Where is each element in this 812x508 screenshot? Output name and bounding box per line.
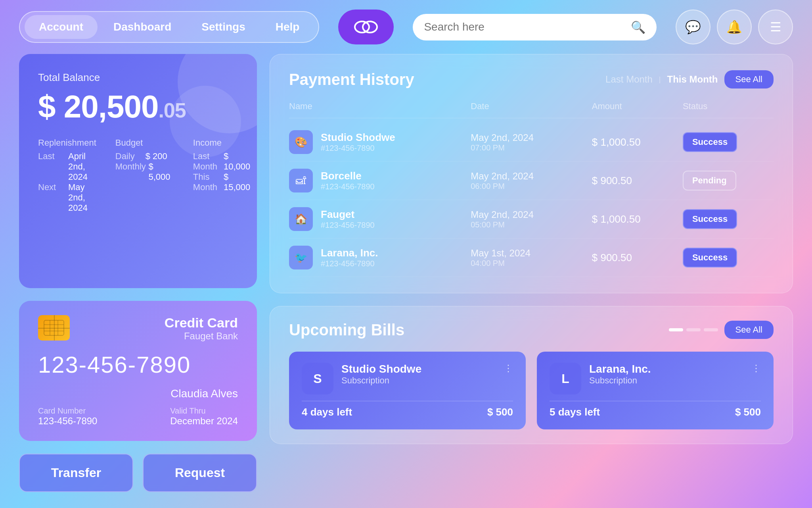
menu-icon: ☰: [770, 19, 781, 35]
this-month-key: This Month: [193, 172, 217, 192]
bill-logo: S: [302, 363, 333, 394]
right-column: Payment History Last Month | This Month …: [270, 54, 793, 492]
menu-button[interactable]: ☰: [758, 10, 793, 44]
bill-name: Studio Shodwe: [341, 363, 496, 375]
request-button[interactable]: Request: [143, 454, 257, 492]
svg-rect-2: [44, 320, 64, 335]
dot-1[interactable]: [669, 328, 683, 331]
bills-header: Upcoming Bills See All: [289, 321, 774, 339]
dot-nav: [669, 328, 718, 331]
payment-date-cell: May 2nd, 2024 07:00 PM: [471, 132, 592, 152]
transfer-button[interactable]: Transfer: [19, 454, 133, 492]
bill-info: Studio Shodwe Subscription: [341, 363, 496, 386]
bell-icon: 🔔: [726, 19, 742, 35]
payment-account: #123-456-7890: [321, 259, 378, 268]
payment-account: #123-456-7890: [321, 182, 375, 191]
payment-date: May 2nd, 2024: [471, 171, 592, 182]
monthly-key: Monthly: [115, 162, 142, 182]
bill-days-left: 4 days left: [302, 406, 352, 418]
payment-time: 04:00 PM: [471, 259, 592, 268]
payment-history-header: Payment History Last Month | This Month …: [289, 70, 774, 89]
payment-history-card: Payment History Last Month | This Month …: [270, 54, 793, 293]
chat-button[interactable]: 💬: [676, 10, 710, 44]
payment-account: #123-456-7890: [321, 144, 395, 153]
this-month-income: $ 15,000: [224, 172, 250, 192]
payment-name-cell: 🎨 Studio Shodwe #123-456-7890: [289, 130, 471, 154]
search-input[interactable]: [424, 21, 624, 33]
payment-name-info: Borcelle #123-456-7890: [321, 170, 375, 191]
bill-name: Larana, Inc.: [589, 363, 743, 375]
card-type-info: Credit Card Fauget Bank: [165, 315, 238, 342]
tab-this-month[interactable]: This Month: [667, 74, 718, 85]
bill-separator: [550, 401, 761, 401]
income-stat: Income Last Month $ 10,000 This Month $ …: [193, 138, 250, 213]
status-badge: Success: [683, 209, 737, 229]
card-number-val: 123-456-7890: [38, 416, 97, 426]
payment-name-info: Larana, Inc. #123-456-7890: [321, 247, 378, 268]
valid-thru-label: Valid Thru: [170, 406, 238, 416]
replenishment-stat: Replenishment Last April 2nd, 2024 Next …: [38, 138, 96, 213]
next-key: Next: [38, 182, 62, 213]
payment-logo: 🎨: [289, 130, 313, 154]
left-column: Total Balance $ 20,500.05 Replenishment …: [19, 54, 257, 492]
last-val: April 2nd, 2024: [68, 151, 96, 182]
notifications-button[interactable]: 🔔: [717, 10, 752, 44]
chip-icon: [38, 315, 70, 341]
bill-amount: $ 500: [487, 406, 513, 418]
payment-name: Borcelle: [321, 170, 375, 182]
bill-footer: 5 days left $ 500: [550, 406, 761, 418]
bill-more-button[interactable]: ⋮: [504, 363, 513, 374]
valid-thru-val: December 2024: [170, 416, 238, 426]
dot-3[interactable]: [704, 328, 718, 331]
payment-logo: 🐦: [289, 246, 313, 269]
payment-name-info: Fauget #123-456-7890: [321, 208, 375, 230]
col-date: Date: [471, 101, 592, 112]
payment-row: 🛋 Borcelle #123-456-7890 May 2nd, 2024 0…: [289, 162, 774, 200]
income-label: Income: [193, 138, 250, 148]
bills-title: Upcoming Bills: [289, 321, 404, 339]
this-income-row: This Month $ 15,000: [193, 172, 250, 192]
payment-account: #123-456-7890: [321, 221, 375, 230]
balance-cents: .05: [158, 99, 186, 122]
card-number-label: Card Number: [38, 406, 97, 416]
nav-dashboard[interactable]: Dashboard: [99, 15, 186, 39]
bill-type: Subscription: [589, 375, 743, 386]
card-number-display: 123-456-7890: [38, 351, 238, 378]
nav-settings[interactable]: Settings: [187, 15, 259, 39]
tab-separator: |: [659, 75, 661, 84]
nav-pills: Account Dashboard Settings Help: [19, 11, 319, 43]
nav-help[interactable]: Help: [261, 15, 314, 39]
monthly-budget-row: Monthly $ 5,000: [115, 162, 174, 182]
payment-row: 🏠 Fauget #123-456-7890 May 2nd, 2024 05:…: [289, 200, 774, 239]
budget-stat: Budget Daily $ 200 Monthly $ 5,000: [115, 138, 174, 213]
balance-amount: $ 20,500.05: [38, 89, 238, 125]
replenishment-label: Replenishment: [38, 138, 96, 148]
payment-amount: $ 1,000.50: [592, 213, 683, 225]
bills-controls: See All: [669, 321, 774, 339]
header-icons: 💬 🔔 ☰: [676, 10, 793, 44]
monthly-val: $ 5,000: [148, 162, 174, 182]
bills-list: S Studio Shodwe Subscription ⋮ 4 days le…: [289, 352, 774, 429]
payment-see-all-button[interactable]: See All: [724, 70, 774, 89]
card-holder-name: Claudia Alves: [38, 387, 238, 400]
col-amount: Amount: [592, 101, 683, 112]
bill-item: L Larana, Inc. Subscription ⋮ 5 days lef…: [537, 352, 774, 429]
balance-card: Total Balance $ 20,500.05 Replenishment …: [19, 54, 257, 288]
payment-status-cell: Success: [683, 248, 774, 267]
payment-amount: $ 1,000.50: [592, 136, 683, 148]
payment-name: Larana, Inc.: [321, 247, 378, 259]
nav-account[interactable]: Account: [25, 15, 98, 39]
bills-see-all-button[interactable]: See All: [724, 321, 774, 339]
payment-row: 🎨 Studio Shodwe #123-456-7890 May 2nd, 2…: [289, 123, 774, 162]
last-month-key: Last Month: [193, 151, 217, 172]
payment-date: May 2nd, 2024: [471, 209, 592, 220]
logo-button[interactable]: [338, 10, 394, 44]
upcoming-bills-card: Upcoming Bills See All S Studio Shodwe S…: [270, 306, 793, 444]
bill-more-button[interactable]: ⋮: [751, 363, 761, 374]
bill-separator: [302, 401, 513, 401]
chat-icon: 💬: [685, 19, 701, 35]
dot-2[interactable]: [686, 328, 701, 331]
daily-val: $ 200: [146, 151, 167, 162]
search-icon: 🔍: [631, 20, 645, 34]
tab-last-month[interactable]: Last Month: [605, 74, 653, 85]
